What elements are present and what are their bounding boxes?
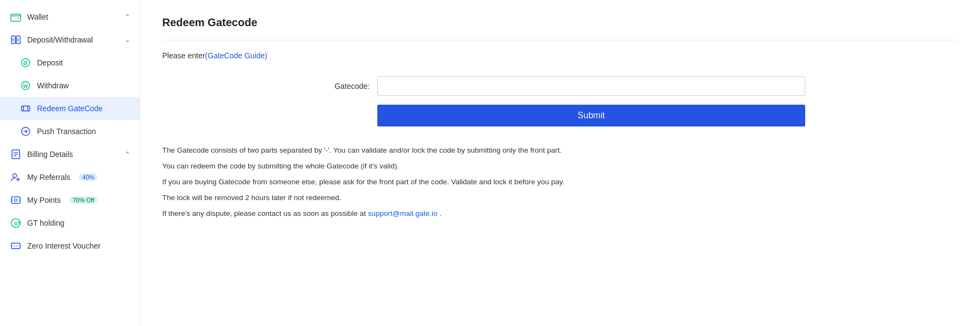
svg-point-17: [13, 174, 17, 178]
sidebar-item-deposit-withdrawal[interactable]: Deposit/Withdrawal ⌄: [0, 28, 140, 51]
push-transaction-icon: [20, 125, 32, 137]
chevron-up-icon: ⌄: [125, 36, 130, 44]
redeem-gatecode-icon: [20, 102, 32, 114]
sidebar-item-my-points[interactable]: My Points 70% Off: [0, 189, 140, 212]
sidebar-item-my-referrals-label: My Referrals: [27, 173, 70, 182]
gatecode-label: Gatecode:: [315, 82, 370, 90]
my-referrals-icon: [10, 171, 22, 183]
info-line-5-suffix: .: [438, 209, 442, 218]
svg-text:GT: GT: [14, 221, 21, 226]
svg-rect-9: [22, 106, 30, 111]
sidebar-item-gt-holding[interactable]: GT GT holding: [0, 212, 140, 234]
sidebar-item-redeem-gatecode[interactable]: Redeem GateCode: [0, 97, 140, 120]
wallet-icon: [10, 11, 22, 23]
withdraw-icon: w: [20, 80, 32, 92]
my-referrals-badge: 40%: [79, 173, 97, 181]
guide-label: Please enter: [162, 51, 205, 60]
sidebar-item-gt-holding-label: GT holding: [27, 219, 64, 227]
gatecode-form-row: Gatecode:: [315, 76, 805, 96]
billing-details-icon: [10, 148, 22, 160]
info-line-5: If there's any dispute, please contact u…: [162, 206, 958, 221]
sidebar-item-wallet[interactable]: Wallet ⌃: [0, 5, 140, 28]
my-points-icon: [10, 194, 22, 206]
info-line-2: You can redeem the code by submitting th…: [162, 159, 958, 173]
guide-text: Please enter(GateCode Guide): [162, 51, 958, 60]
deposit-icon: d: [20, 57, 32, 69]
sidebar-item-zero-interest-voucher-label: Zero Interest Voucher: [27, 242, 101, 250]
sidebar-item-my-points-label: My Points: [27, 196, 60, 204]
sidebar-item-wallet-label: Wallet: [27, 13, 48, 21]
gatecode-input[interactable]: [377, 76, 805, 96]
svg-text:w: w: [23, 82, 28, 89]
guide-link[interactable]: (GateCode Guide): [205, 51, 267, 60]
sidebar: Wallet ⌃ Deposit/Withdrawal ⌄ d Deposit: [0, 0, 140, 326]
support-email-link[interactable]: support@mail.gate.io: [368, 209, 438, 218]
sidebar-item-my-referrals[interactable]: My Referrals 40%: [0, 166, 140, 189]
submit-row: Submit: [315, 105, 805, 126]
submit-button[interactable]: Submit: [377, 105, 805, 126]
sidebar-item-withdraw-label: Withdraw: [37, 81, 69, 90]
main-content: Redeem Gatecode Please enter(GateCode Gu…: [140, 0, 980, 326]
divider: [162, 40, 958, 40]
info-section: The Gatecode consists of two parts separ…: [162, 143, 958, 221]
sidebar-item-billing-details[interactable]: Billing Details ⌃: [0, 143, 140, 166]
sidebar-item-deposit-withdrawal-label: Deposit/Withdrawal: [27, 35, 93, 44]
info-line-5-text: If there's any dispute, please contact u…: [162, 209, 368, 218]
page-title: Redeem Gatecode: [162, 16, 958, 29]
sidebar-item-push-transaction[interactable]: Push Transaction: [0, 120, 140, 143]
gt-holding-icon: GT: [10, 217, 22, 229]
chevron-down-icon-billing: ⌃: [125, 150, 130, 158]
svg-point-19: [15, 199, 17, 202]
sidebar-item-withdraw[interactable]: w Withdraw: [0, 74, 140, 97]
sidebar-item-push-transaction-label: Push Transaction: [37, 127, 96, 136]
info-line-1: The Gatecode consists of two parts separ…: [162, 143, 958, 158]
sidebar-item-billing-details-label: Billing Details: [27, 150, 73, 159]
info-line-3: If you are buying Gatecode from someone …: [162, 174, 958, 189]
sidebar-item-redeem-gatecode-label: Redeem GateCode: [37, 104, 103, 113]
svg-text:d: d: [23, 59, 27, 66]
my-points-badge: 70% Off: [69, 196, 97, 204]
sidebar-item-deposit[interactable]: d Deposit: [0, 51, 140, 74]
sidebar-item-zero-interest-voucher[interactable]: Zero Interest Voucher: [0, 234, 140, 257]
zero-interest-voucher-icon: [10, 240, 22, 252]
deposit-withdrawal-icon: [10, 34, 22, 46]
info-line-4: The lock will be removed 2 hours later i…: [162, 190, 958, 205]
chevron-down-icon: ⌃: [125, 13, 130, 21]
sidebar-item-deposit-label: Deposit: [37, 58, 63, 67]
